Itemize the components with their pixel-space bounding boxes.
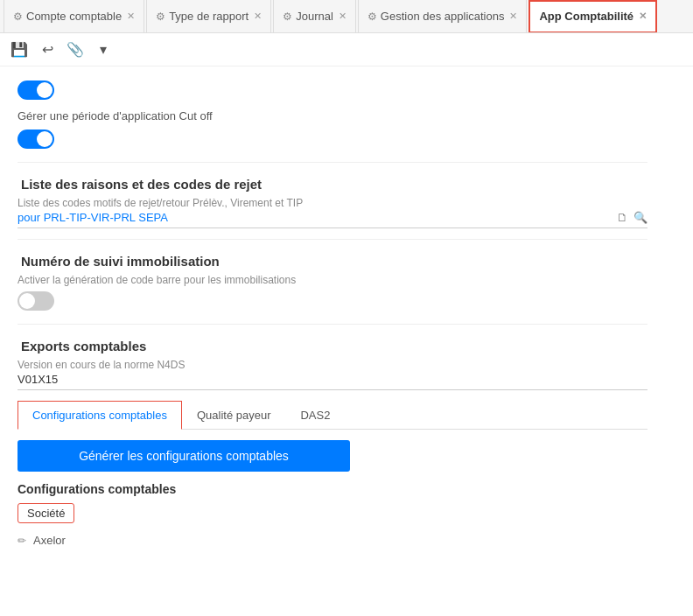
toggle3-container	[18, 291, 648, 313]
societe-box[interactable]: Société	[18, 503, 74, 523]
toggle2-container: Gérer une période d'application Cut off	[18, 109, 648, 151]
exports-field-value: V01X15	[18, 373, 648, 390]
toggle3[interactable]	[18, 291, 54, 311]
attach-icon: 📎	[66, 41, 84, 58]
immobilisation-title: Numéro de suivi immobilisation	[18, 254, 648, 269]
close-icon[interactable]: ✕	[254, 10, 262, 22]
pencil-icon[interactable]: ✏	[18, 535, 26, 547]
save-button[interactable]: 💾	[7, 38, 32, 62]
company-name: Axelor	[33, 534, 66, 547]
close-icon[interactable]: ✕	[339, 10, 346, 22]
rejection-codes-title: Liste des raisons et des codes de rejet	[18, 177, 648, 192]
rejection-codes-field-label: Liste des codes motifs de rejet/retour P…	[18, 197, 648, 209]
tab-gestion-applications[interactable]: ⚙ Gestion des applications ✕	[358, 0, 528, 33]
gear-icon: ⚙	[13, 10, 23, 23]
generate-configurations-button[interactable]: Générer les configurations comptables	[18, 440, 350, 472]
tab-journal[interactable]: ⚙ Journal ✕	[273, 0, 356, 33]
tab-type-rapport[interactable]: ⚙ Type de rapport ✕	[146, 0, 271, 33]
close-icon[interactable]: ✕	[127, 10, 135, 22]
divider1	[18, 162, 648, 163]
field-icons: 🗋 🔍	[617, 211, 648, 224]
tab-bar: ⚙ Compte comptable ✕ ⚙ Type de rapport ✕…	[0, 0, 693, 33]
content-area: Gérer une période d'application Cut off …	[0, 66, 665, 561]
close-icon[interactable]: ✕	[639, 10, 647, 22]
toggle1-container	[18, 80, 648, 102]
toggle2[interactable]	[18, 130, 54, 149]
chevron-down-icon: ▾	[100, 41, 107, 58]
tab-das2[interactable]: DAS2	[285, 401, 345, 430]
rejection-codes-field-value[interactable]: pour PRL-TIP-VIR-PRL SEPA 🗋 🔍	[18, 211, 648, 228]
immobilisation-field-label: Activer la génération de code barre pour…	[18, 274, 648, 286]
dropdown-button[interactable]: ▾	[91, 38, 116, 62]
tab-app-comptabilite[interactable]: App Comptabilité ✕	[528, 0, 657, 33]
gear-icon: ⚙	[283, 10, 292, 23]
document-icon: 🗋	[617, 211, 628, 224]
tab-qualite-payeur[interactable]: Qualité payeur	[182, 401, 286, 430]
undo-icon: ↩	[42, 41, 53, 58]
tab-configurations-comptables[interactable]: Configurations comptables	[18, 401, 182, 430]
undo-button[interactable]: ↩	[35, 38, 60, 62]
divider3	[18, 324, 648, 325]
toggle1[interactable]	[18, 80, 54, 100]
search-icon: 🔍	[634, 211, 648, 224]
tab-compte-comptable[interactable]: ⚙ Compte comptable ✕	[4, 0, 144, 33]
inner-tab-bar: Configurations comptables Qualité payeur…	[18, 401, 648, 430]
attach-button[interactable]: 📎	[63, 38, 88, 62]
gear-icon: ⚙	[368, 10, 377, 23]
toolbar: 💾 ↩ 📎 ▾	[0, 33, 693, 66]
divider2	[18, 239, 648, 240]
gear-icon: ⚙	[156, 10, 165, 23]
exports-field-label: Version en cours de la norme N4DS	[18, 359, 648, 371]
config-section-title: Configurations comptables	[18, 482, 648, 496]
close-icon[interactable]: ✕	[509, 10, 517, 22]
save-icon: 💾	[10, 41, 28, 58]
toggle2-label: Gérer une période d'application Cut off	[18, 109, 648, 122]
company-row: ✏ Axelor	[18, 534, 648, 547]
exports-title: Exports comptables	[18, 339, 648, 354]
